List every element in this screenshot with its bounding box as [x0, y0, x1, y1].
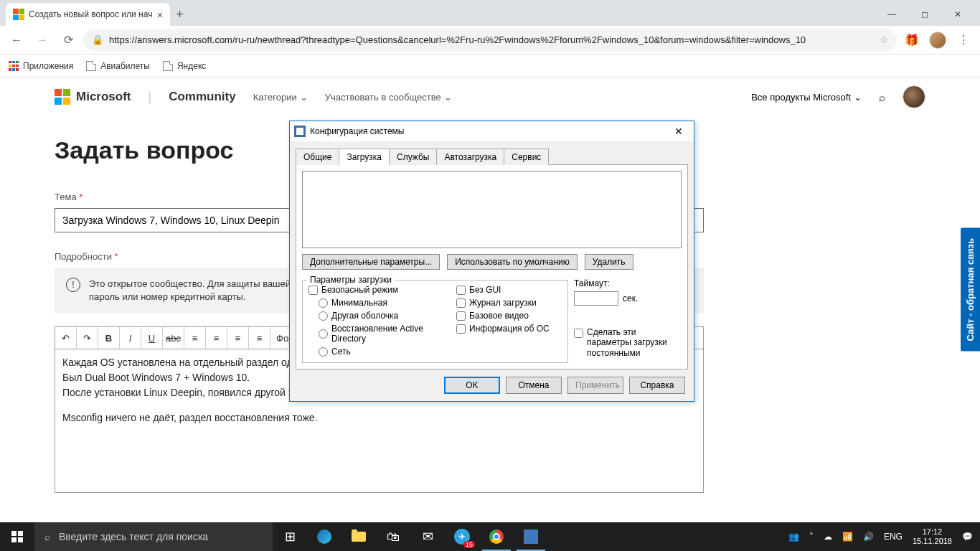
undo-button[interactable]: ↶	[55, 327, 77, 349]
microsoft-logo[interactable]: Microsoft	[55, 89, 131, 105]
permanent-checkbox[interactable]: Сделать эти параметры загрузки постоянны…	[574, 327, 682, 358]
altshell-radio[interactable]: Другая оболочка	[308, 311, 445, 321]
browser-chrome: Создать новый вопрос или нач × + — ◻ ✕ ←…	[0, 0, 980, 77]
minimal-radio[interactable]: Минимальная	[308, 298, 445, 308]
volume-icon[interactable]: 🔊	[863, 532, 874, 542]
maximize-button[interactable]: ◻	[908, 4, 941, 25]
menu-icon[interactable]: ⋮	[953, 29, 974, 51]
network-radio[interactable]: Сеть	[308, 347, 445, 357]
community-link[interactable]: Community	[169, 90, 236, 104]
back-button[interactable]: ←	[6, 29, 27, 51]
tray-chevron-icon[interactable]: ˄	[809, 532, 814, 542]
delete-button[interactable]: Удалить	[585, 254, 633, 270]
all-products-link[interactable]: Все продукты Microsoft ⌄	[751, 92, 862, 103]
osinfo-checkbox[interactable]: Информация об ОС	[456, 324, 550, 334]
reload-button[interactable]: ⟳	[57, 29, 79, 51]
bold-button[interactable]: B	[98, 327, 120, 349]
apps-bookmark[interactable]: Приложения	[9, 61, 73, 71]
tab-title: Создать новый вопрос или нач	[29, 9, 152, 19]
start-button[interactable]	[0, 522, 34, 551]
task-view-icon[interactable]: ⊞	[273, 522, 307, 551]
underline-button[interactable]: U	[141, 327, 163, 349]
tab-startup[interactable]: Автозагрузка	[436, 149, 504, 165]
chrome-taskbar-icon[interactable]	[479, 522, 514, 551]
dialog-body: Дополнительные параметры... Использовать…	[296, 164, 688, 369]
dialog-tabs: Общие Загрузка Службы Автозагрузка Серви…	[290, 141, 694, 165]
italic-button[interactable]: I	[120, 327, 141, 349]
bookmarks-bar: Приложения Авиабилеты Яндекс	[0, 55, 980, 77]
nav-categories[interactable]: Категории ⌄	[253, 92, 308, 103]
nogui-checkbox[interactable]: Без GUI	[456, 285, 550, 295]
notifications-icon[interactable]: 💬	[962, 532, 973, 542]
site-nav: Категории ⌄ Участвовать в сообществе ⌄	[253, 92, 452, 103]
ms-favicon	[13, 9, 24, 20]
close-window-button[interactable]: ✕	[941, 4, 974, 25]
tab-boot[interactable]: Загрузка	[339, 149, 390, 165]
msconfig-taskbar-icon[interactable]	[514, 522, 548, 551]
chevron-down-icon: ⌄	[444, 92, 452, 103]
bookmark-2[interactable]: Яндекс	[163, 61, 206, 71]
minimize-button[interactable]: —	[875, 4, 908, 25]
bookmark-1[interactable]: Авиабилеты	[86, 61, 150, 71]
basevideo-checkbox[interactable]: Базовое видео	[456, 311, 550, 321]
edge-taskbar-icon[interactable]	[307, 522, 341, 551]
onedrive-icon[interactable]: ☁	[824, 532, 832, 542]
help-button[interactable]: Справка	[629, 377, 685, 394]
dialog-footer: OK Отмена Применить Справка	[290, 369, 694, 401]
system-tray: 👥 ˄ ☁ 📶 🔊 ENG 17:12 15.11.2018 💬	[781, 527, 980, 546]
telegram-taskbar-icon[interactable]: ✈15	[445, 522, 479, 551]
store-taskbar-icon[interactable]: 🛍	[376, 522, 410, 551]
feedback-tab[interactable]: Сайт - обратная связь	[961, 228, 980, 352]
apply-button[interactable]: Применить	[567, 377, 623, 394]
explorer-taskbar-icon[interactable]	[341, 522, 376, 551]
task-icons: ⊞ 🛍 ✉ ✈15	[273, 522, 548, 551]
tab-services[interactable]: Службы	[389, 149, 437, 165]
tab-tools[interactable]: Сервис	[504, 149, 549, 165]
file-icon	[163, 61, 173, 71]
new-tab-button[interactable]: +	[176, 7, 184, 22]
badge: 15	[463, 541, 475, 548]
close-tab-icon[interactable]: ×	[156, 9, 163, 21]
forward-button[interactable]: →	[32, 29, 53, 51]
advanced-button[interactable]: Дополнительные параметры...	[302, 254, 440, 270]
tab-general[interactable]: Общие	[296, 149, 339, 165]
apps-label: Приложения	[23, 61, 73, 71]
taskbar-search[interactable]: ⌕ Введите здесь текст для поиска	[34, 522, 273, 551]
bootlog-checkbox[interactable]: Журнал загрузки	[456, 298, 550, 308]
timeout-input[interactable]	[574, 291, 618, 306]
people-icon[interactable]: 👥	[788, 532, 799, 542]
chevron-down-icon: ⌄	[300, 92, 308, 103]
gift-icon[interactable]: 🎁	[901, 29, 923, 51]
tab-strip: Создать новый вопрос или нач × + — ◻ ✕	[0, 0, 980, 26]
wifi-icon[interactable]: 📶	[842, 532, 853, 542]
dialog-close-button[interactable]: ✕	[668, 123, 689, 139]
fieldset-legend: Параметры загрузки	[307, 275, 395, 285]
ok-button[interactable]: OK	[444, 377, 500, 394]
strike-button[interactable]: abc	[163, 327, 184, 349]
adrepair-radio[interactable]: Восстановление Active Directory	[308, 324, 445, 344]
align-left-button[interactable]: ≡	[184, 327, 206, 349]
justify-button[interactable]: ≡	[249, 327, 270, 349]
safe-mode-checkbox[interactable]: Безопасный режим	[308, 285, 445, 295]
timeout-label: Таймаут:	[574, 278, 682, 288]
align-right-button[interactable]: ≡	[227, 327, 249, 349]
star-icon[interactable]: ☆	[880, 34, 888, 45]
search-icon[interactable]: ⌕	[879, 91, 885, 103]
mail-taskbar-icon[interactable]: ✉	[410, 522, 445, 551]
taskbar: ⌕ Введите здесь текст для поиска ⊞ 🛍 ✉ ✈…	[0, 522, 980, 551]
dialog-titlebar[interactable]: Конфигурация системы ✕	[290, 121, 694, 141]
language-indicator[interactable]: ENG	[884, 532, 903, 542]
profile-icon[interactable]	[927, 29, 948, 51]
address-bar[interactable]: 🔒 https://answers.microsoft.com/ru-ru/ne…	[83, 29, 897, 51]
user-avatar[interactable]	[903, 85, 925, 108]
redo-button[interactable]: ↷	[77, 327, 98, 349]
msconfig-icon	[294, 126, 306, 137]
align-center-button[interactable]: ≡	[206, 327, 227, 349]
clock[interactable]: 17:12 15.11.2018	[913, 527, 952, 546]
boot-listbox[interactable]	[302, 171, 682, 248]
cancel-button[interactable]: Отмена	[506, 377, 562, 394]
default-button[interactable]: Использовать по умолчанию	[447, 254, 578, 270]
nav-participate[interactable]: Участвовать в сообществе ⌄	[325, 92, 452, 103]
browser-tab[interactable]: Создать новый вопрос или нач ×	[6, 3, 170, 26]
timeout-unit: сек.	[623, 293, 638, 303]
